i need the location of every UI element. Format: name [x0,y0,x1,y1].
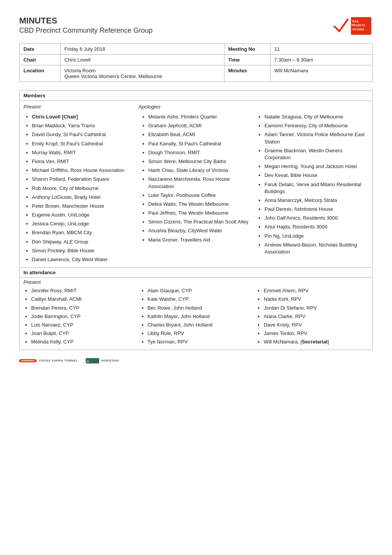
meeting-no-label: Meeting No [224,44,270,55]
list-item: David Gundy, St Paul's Cathedral [32,131,136,138]
chair-value: Chris Lovell [60,55,224,65]
apologies-list-2: Natalie Siragusa, City of Melbourne Eamo… [256,113,369,255]
list-item: James Tonkin, RPV [264,330,369,337]
location-value: Victoria Room Queen Victoria Women's Cen… [60,65,224,82]
horizons-logo-text: HORIZONS [101,359,119,362]
list-item: Kate Walshe, CYP [148,296,252,303]
minutes-title: MINUTES [19,15,153,27]
list-item: Emily Kropf, St Paul's Cathedral [32,140,136,147]
attendance-list-2: Alain Giauque, CYP Kate Walshe, CYP Bec … [140,287,252,345]
list-item: Emmett Ahern, RPV [264,287,369,294]
list-item: Charles Bryant, John Holland [148,322,252,328]
list-item: Daniel Lawrence, City West Water [32,256,136,263]
list-item: Murray Walls, RMIT [32,149,136,156]
list-item: Joan Bulpit, CYP [31,330,136,337]
minutes-value: Will McNamara [270,65,372,82]
present-list: Chris Lovell [Chair] Brian Maddock, Yarr… [23,113,136,263]
list-item: Tye Norman, RPV [148,338,252,345]
list-item: Alana Clarke, RPV [264,313,369,320]
svg-text:VICTORIA: VICTORIA [352,28,364,31]
tunnel-icon [19,357,37,365]
svg-text:PROJECTS: PROJECTS [352,24,365,27]
list-item: Nazzareno Marchionda, Ross House Associa… [148,176,252,190]
list-item: Alain Giauque, CYP [148,287,252,294]
tunnel-logo-text: CROSS YARRA TUNNEL [39,359,78,362]
list-item: Debra Watts, The Westin Melbourne [148,201,252,208]
location-label: Location [20,65,61,82]
time-label: Time [224,55,270,65]
horizons-icon: H [86,357,99,365]
list-item: Graham Jephcott, ACMI [148,122,252,129]
attendance-col1: Jennifer Ross, RMIT Caitlyn Marshall, AC… [23,287,136,347]
list-item: Rob Moore, City of Melbourne [32,185,136,192]
logo-block: RAIL PROJECTS VICTORIA [331,15,373,37]
list-item: Don Shipway, ALE Group [32,238,136,245]
list-item: Megan Herring, Young and Jackson Hotel [264,163,369,170]
date-label: Date [20,44,61,55]
apologies-col1: Melanie Ashe, Flinders Quarter Graham Je… [140,113,252,265]
horizons-logo: H HORIZONS [86,357,119,365]
attendance-list-3: Emmett Ahern, RPV Nadia Kohl, RPV Jordan… [256,287,369,345]
list-item: Peter Brown, Manchester House [32,203,136,210]
list-item: Fiona Van, RMIT [32,158,136,165]
list-item: Will McNamara, [Secretariat] [264,338,369,345]
members-header: Members [20,91,372,101]
list-item: Maria Groner, Travellers Aid [148,237,252,243]
svg-text:H: H [87,360,89,363]
list-item: Brian Maddock, Yarra Trams [32,122,136,129]
info-table: Date Friday 6 July 2018 Meeting No 11 Ch… [19,43,373,82]
chair-label: Chair [20,55,61,65]
location-line1: Victoria Room [65,68,96,73]
list-item: Eugenie Austin, UniLodge [32,212,136,218]
list-item: Kathlin Mayer, John Holland [148,313,252,320]
list-item: Caitlyn Marshall, ACMI [31,296,136,303]
list-item: Luke Taylor, Poolhouse Coffee [148,192,252,199]
list-item: Anna Manarczyk, Melcorp Strata [264,197,369,204]
list-item: Brendan Perera, CYP [31,305,136,312]
attendance-columns: Jennifer Ross, RMIT Caitlyn Marshall, AC… [20,285,372,349]
list-item: Adam Tanner, Victoria Police Melbourne E… [264,131,369,145]
apologies-label: Apologies [138,104,253,110]
list-item: Faruk Delalic, Verve and Milano Resident… [264,181,369,195]
list-item: Graeme Blackman, Westin Owners Corporati… [264,147,369,161]
list-item: Chris Lovell [Chair] [32,113,136,120]
group-title: CBD Precinct Community Reference Group [19,27,153,35]
attendance-present-label: Present [20,278,372,285]
list-item: Jessica Cerejo, UniLodge [32,220,136,227]
rpv-logo: RAIL PROJECTS VICTORIA [331,15,373,37]
present-col: Chris Lovell [Chair] Brian Maddock, Yarr… [23,113,136,265]
list-item: Anthony LoGiusto, Brady Hotel [32,194,136,201]
minutes-label: Minutes [224,65,270,82]
list-item: Jennifer Ross, RMIT [31,287,136,294]
location-line2: Queen Victoria Women's Centre, Melbourne [65,73,162,79]
svg-text:RAIL: RAIL [352,20,359,23]
list-item: John Dall'Amico, Residents 3000 [264,215,369,222]
list-item: Paul Jeffries, The Westin Melbourne [148,210,252,217]
svg-rect-5 [21,360,35,361]
list-item: Paul Dennis, Ashdowne House [264,206,369,213]
list-item: Nadia Kohl, RPV [264,296,369,303]
list-item: Hanh Chau, State Library of Victoria [148,167,252,174]
attendance-col3: Emmett Ahern, RPV Nadia Kohl, RPV Jordan… [256,287,369,347]
list-item: Sharon Pollard, Federation Square [32,176,136,183]
list-item: Simon Pockley, Bible House [32,247,136,254]
date-value: Friday 6 July 2018 [60,44,224,55]
list-item: Jodie Barrington, CYP [31,313,136,320]
list-item: Andrew Milward-Bason, Nicholas Building … [264,242,369,255]
list-item: Melinda Kelly, CYP [31,338,136,345]
list-item: Libby Rule, RPV [148,330,252,337]
apologies-col2: Natalie Siragusa, City of Melbourne Eamo… [256,113,369,265]
list-item: Anushia Bleazby, CityWest Water [148,227,252,234]
list-item: Melanie Ashe, Flinders Quarter [148,113,252,120]
list-item: Dave Kristy, RPV [264,322,369,328]
list-item: Brendan Ryan, MBCM City [32,229,136,236]
apologies-list-1: Melanie Ashe, Flinders Quarter Graham Je… [140,113,252,243]
list-item: Simon Cozens, The Practical Man Scott Al… [148,218,252,225]
meeting-no-value: 11 [270,44,372,55]
list-item: Bec Rowe, John Holland [148,305,252,312]
list-item: Pin Ng, UniLodge [264,233,369,240]
cross-yarra-logo: CROSS YARRA TUNNEL [19,357,78,365]
list-item: Dough Thomson, RMIT [148,149,252,156]
list-item: Michael Griffiths, Ross House Associatio… [32,167,136,174]
list-item: Jordan Di Stefano, RPV [264,305,369,312]
